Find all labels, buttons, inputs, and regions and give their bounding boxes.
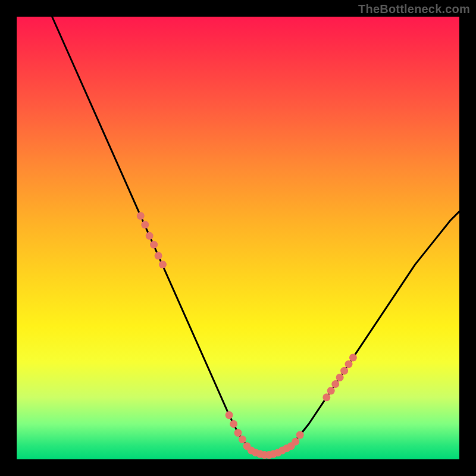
curve-marker bbox=[331, 380, 339, 388]
curve-marker bbox=[141, 221, 149, 228]
watermark-label: TheBottleneck.com bbox=[358, 2, 470, 16]
curve-marker bbox=[345, 361, 353, 368]
curve-marker bbox=[146, 232, 154, 240]
curve-marker bbox=[159, 261, 167, 268]
curve-marker bbox=[340, 367, 348, 375]
bottleneck-curve-svg bbox=[17, 17, 459, 459]
curve-marker bbox=[230, 420, 237, 428]
curve-marker bbox=[155, 252, 162, 259]
curve-marker bbox=[239, 436, 246, 443]
curve-marker bbox=[296, 431, 304, 439]
curve-marker bbox=[150, 241, 158, 249]
curve-marker bbox=[292, 438, 299, 446]
curve-marker bbox=[226, 411, 233, 419]
curve-group bbox=[52, 17, 460, 455]
curve-marker bbox=[322, 393, 330, 401]
curve-marker bbox=[234, 429, 242, 437]
bottleneck-curve-path bbox=[52, 17, 460, 455]
curve-marker bbox=[137, 212, 145, 220]
marker-group bbox=[137, 212, 357, 459]
chart-plot-area bbox=[17, 17, 459, 459]
curve-marker bbox=[349, 353, 357, 361]
curve-marker bbox=[336, 374, 344, 381]
curve-marker bbox=[327, 387, 335, 394]
